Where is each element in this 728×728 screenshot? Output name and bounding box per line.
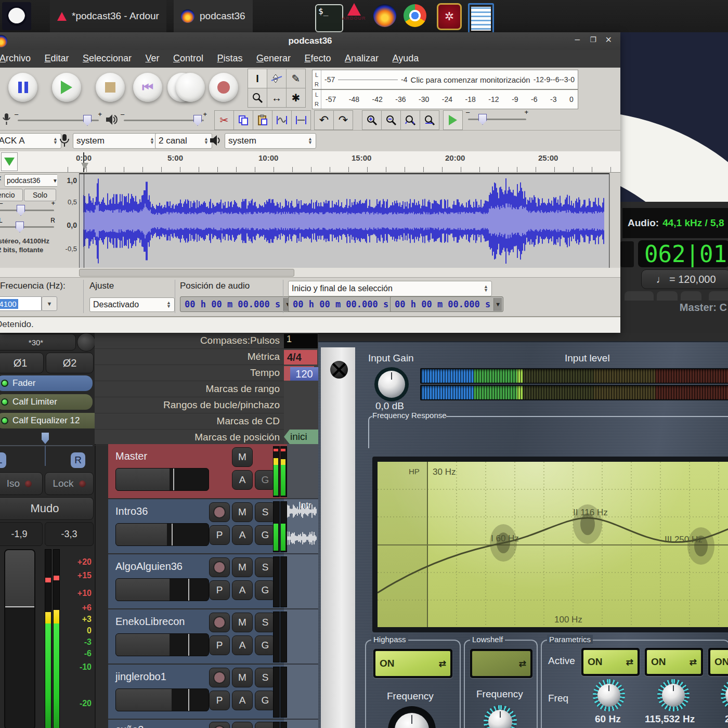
menu-ver[interactable]: Ver <box>139 50 165 67</box>
track-header-master[interactable]: Master M A G <box>108 444 284 498</box>
lowshelf-frequency-knob[interactable] <box>484 705 517 728</box>
recording-device-select[interactable]: system▲▼ <box>73 133 158 149</box>
menu-analizar[interactable]: Analizar <box>339 50 384 67</box>
toolbar-tab[interactable] <box>681 291 701 301</box>
silence-button[interactable] <box>291 110 311 130</box>
slider-handle[interactable] <box>16 222 24 232</box>
ruler-row-bbt[interactable]: Compases:Pulsos <box>95 333 284 349</box>
menu-pistas[interactable]: Pistas <box>211 50 248 67</box>
record-arm-button[interactable] <box>209 557 230 577</box>
pan-right-button[interactable]: R <box>71 452 85 468</box>
undo-button[interactable]: ↶ <box>314 110 334 130</box>
frequency-dropdown-button[interactable]: ▼ <box>42 296 57 311</box>
tempo-marker[interactable]: 120 <box>284 366 314 381</box>
mute-button[interactable]: M <box>232 447 253 467</box>
trim-knob[interactable] <box>77 333 96 352</box>
selection-start-field[interactable]: 00 h 00 m 00.000 s▼ <box>288 296 401 312</box>
parametric2-toggle[interactable]: ON⇄ <box>645 648 703 676</box>
automation-button[interactable]: A <box>232 580 253 600</box>
processor-led-icon[interactable] <box>1 380 8 387</box>
playback-device-select[interactable]: system▲▼ <box>225 133 316 149</box>
menu-editar[interactable]: Editar <box>38 50 74 67</box>
ruler-row-loop-punch[interactable]: Rangos de bucle/pinchazo <box>95 397 284 413</box>
record-button[interactable] <box>176 73 205 102</box>
input-volume-slider[interactable]: –+ <box>15 112 102 126</box>
ardour-launcher-icon[interactable]: ARDOUR <box>342 3 366 21</box>
toolbar-tab[interactable] <box>657 291 678 301</box>
menu-generar[interactable]: Generar <box>251 50 296 67</box>
envelope-tool[interactable] <box>267 69 287 88</box>
parametric1-toggle[interactable]: ON⇄ <box>581 648 640 676</box>
strip-name-button[interactable]: *30* <box>0 334 76 350</box>
solo-button[interactable]: S <box>255 613 276 632</box>
aux-clock[interactable] <box>620 241 634 267</box>
iso-button[interactable]: Iso <box>0 472 43 495</box>
master-label[interactable]: Master: C <box>620 302 727 314</box>
processor-fader[interactable]: Fader <box>0 375 93 391</box>
ruler-row-tempo[interactable]: Tempo <box>95 365 284 381</box>
mute-button[interactable]: M <box>232 502 253 522</box>
zoom-in-button[interactable] <box>362 110 382 130</box>
mute-button[interactable]: M <box>232 722 253 728</box>
group-button[interactable]: G <box>255 525 276 545</box>
track-fader[interactable] <box>115 523 209 546</box>
playlist-button[interactable]: P <box>209 691 230 710</box>
parametric2-freq-knob[interactable] <box>657 679 690 711</box>
terminal-launcher-icon[interactable]: $_ <box>315 4 343 32</box>
highpass-toggle[interactable]: ON⇄ <box>373 649 452 678</box>
slider-handle[interactable] <box>83 115 92 126</box>
solo-button[interactable]: S <box>255 722 276 728</box>
track-header-enekolibrecon[interactable]: EnekoLibrecon M S P A G <box>108 609 284 664</box>
solo-button[interactable]: S <box>255 668 276 687</box>
fader-grip[interactable] <box>5 606 34 607</box>
media-app-launcher-icon[interactable]: ✲ <box>437 3 462 30</box>
selection-tool[interactable]: I <box>248 69 267 88</box>
multi-tool[interactable]: ✱ <box>286 88 306 108</box>
zoom-selection-button[interactable] <box>400 110 420 130</box>
track-fader[interactable] <box>115 468 209 491</box>
menu-seleccionar[interactable]: Seleccionar <box>77 50 137 67</box>
record-button[interactable] <box>209 73 238 102</box>
track-close-button[interactable]: ✕ <box>0 174 2 183</box>
record-arm-button[interactable] <box>209 502 230 522</box>
menu-archivo[interactable]: Archivo <box>0 50 36 67</box>
zoom-tool[interactable] <box>248 88 267 108</box>
record-arm-button[interactable] <box>209 722 230 728</box>
monitor-message[interactable]: Clic para comenzar monitorización <box>411 75 530 84</box>
track-header-cuna2[interactable]: cuña2 M S <box>108 720 284 728</box>
toolbar-tab[interactable] <box>709 291 728 301</box>
draw-tool[interactable]: ✎ <box>286 69 306 88</box>
menu-efecto[interactable]: Efecto <box>298 50 336 67</box>
pan-left-button[interactable]: L <box>0 452 6 468</box>
ruler-row-meter[interactable]: Métrica <box>95 349 284 365</box>
text-editor-launcher-icon[interactable] <box>468 3 494 34</box>
ruler-row-position-marks[interactable]: Marcas de posición <box>95 430 284 446</box>
track-fader[interactable] <box>115 578 209 601</box>
group-button[interactable]: G <box>255 470 276 490</box>
titlebar[interactable]: podcast36 – ❐ ✕ <box>0 32 620 50</box>
paste-button[interactable] <box>253 110 272 130</box>
audio-host-select[interactable]: JACK A▲▼ <box>0 133 61 149</box>
playlist-button[interactable]: P <box>209 580 230 600</box>
playlist-button[interactable]: P <box>209 525 230 545</box>
input-gain-knob[interactable] <box>374 367 409 401</box>
output-volume-slider[interactable]: –+ <box>121 112 207 126</box>
play-at-speed-button[interactable] <box>443 110 463 130</box>
taskbar-window-audacity[interactable]: podcast36 <box>174 0 253 32</box>
tempo-button[interactable]: ♩ = 120,000 <box>641 269 728 289</box>
skip-start-button[interactable]: ⏮ <box>133 73 162 102</box>
scrollbar-thumb[interactable] <box>79 269 294 277</box>
play-button[interactable] <box>52 73 81 102</box>
zoom-fit-button[interactable] <box>420 110 439 130</box>
menu-ayuda[interactable]: Ayuda <box>386 50 424 67</box>
track-fader[interactable] <box>115 633 209 656</box>
phase-2-button[interactable]: Ø2 <box>46 353 94 373</box>
ruler-row-range-marks[interactable]: Marcas de rango <box>95 381 284 397</box>
parametric3-freq-knob[interactable] <box>721 679 728 711</box>
track-fader[interactable] <box>115 688 209 711</box>
processor-calf-equalizer[interactable]: Calf Equalizer 12 <box>0 413 103 428</box>
group-button[interactable]: G <box>255 635 276 655</box>
playhead-grip[interactable] <box>81 163 88 170</box>
record-arm-button[interactable] <box>209 613 230 632</box>
playback-meter[interactable]: LR -57-48 -42-36 -30-24 -18-12 -9-6 -30 <box>312 89 578 109</box>
